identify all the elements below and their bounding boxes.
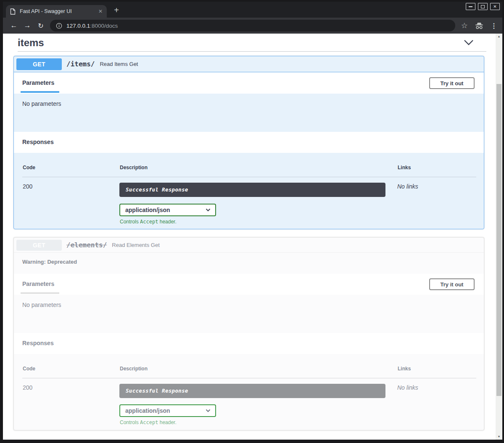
scroll-down-icon[interactable]: ▼	[496, 434, 502, 440]
operation-summary[interactable]: GET /items/ Read Items Get	[14, 56, 484, 72]
method-badge: GET	[16, 58, 62, 70]
column-header-description: Description	[120, 366, 148, 372]
operation-description: Read Elements Get	[112, 242, 159, 248]
response-code: 200	[23, 183, 32, 190]
column-header-links: Links	[398, 165, 411, 170]
accept-header-note: Controls Accept header.	[120, 219, 177, 225]
operation-summary[interactable]: GET /elements/ Read Elements Get	[14, 238, 484, 253]
toolbar-actions: ☆ ⋮	[455, 21, 502, 30]
page-icon	[10, 8, 16, 15]
scroll-up-icon[interactable]: ▲	[496, 34, 502, 39]
browser-window: Fast API - Swagger UI ✕ + ✕ ← → ↻ 127.0.…	[0, 0, 504, 443]
tab-strip: Fast API - Swagger UI ✕ + ✕	[3, 2, 502, 18]
column-header-code: Code	[23, 165, 35, 170]
response-description-box: Successful Response	[119, 384, 385, 398]
scrollbar[interactable]: ▲ ▼	[496, 34, 502, 440]
table-header-divider	[22, 177, 476, 177]
responses-header: Responses	[14, 333, 484, 354]
url-path: :8000/docs	[90, 23, 118, 29]
operation-path: /elements/	[66, 241, 107, 249]
media-type-select-wrap: application/json	[119, 404, 216, 417]
url-text: 127.0.0.1:8000/docs	[66, 23, 118, 29]
media-type-select[interactable]: application/json	[119, 404, 216, 417]
new-tab-button[interactable]: +	[111, 5, 121, 16]
media-type-select-wrap: application/json	[119, 204, 216, 216]
back-icon[interactable]: ←	[7, 21, 21, 30]
parameters-title: Parameters	[22, 79, 54, 86]
note-suffix: header.	[158, 219, 176, 225]
note-prefix: Controls	[120, 419, 140, 425]
operation-description: Read Items Get	[100, 61, 138, 67]
response-description-box: Successful Response	[119, 183, 385, 197]
column-header-description: Description	[120, 165, 148, 170]
reload-icon[interactable]: ↻	[34, 22, 47, 30]
column-header-links: Links	[398, 366, 411, 372]
no-parameters-text: No parameters	[22, 100, 484, 107]
parameters-body: No parameters	[14, 295, 484, 333]
active-tab-underline	[21, 292, 59, 294]
chevron-down-icon	[464, 39, 474, 46]
responses-body: Code Description Links 200 Successful Re…	[14, 153, 484, 229]
maximize-icon	[481, 5, 485, 8]
parameters-title: Parameters	[22, 280, 54, 287]
tab-close-icon[interactable]: ✕	[98, 8, 103, 14]
minimize-button[interactable]	[466, 3, 475, 10]
url-host: 127.0.0.1	[66, 23, 90, 29]
incognito-icon	[475, 22, 484, 29]
response-description-text: Successful Response	[119, 384, 385, 398]
section-title: items	[18, 37, 44, 49]
media-type-select[interactable]: application/json	[119, 204, 216, 216]
responses-title: Responses	[22, 340, 54, 346]
response-description-text: Successful Response	[119, 183, 385, 197]
responses-title: Responses	[22, 139, 54, 145]
address-bar[interactable]: 127.0.0.1:8000/docs	[50, 20, 455, 31]
swagger-page: items GET /items/ Read Items Get Paramet…	[3, 34, 496, 440]
close-button[interactable]: ✕	[490, 3, 500, 10]
responses-header: Responses	[14, 132, 484, 153]
parameters-body: No parameters	[14, 94, 484, 132]
menu-dots-icon[interactable]: ⋮	[491, 22, 497, 30]
tab-title: Fast API - Swagger UI	[20, 8, 96, 14]
parameters-header: Parameters Try it out	[14, 73, 484, 94]
note-suffix: header.	[158, 419, 176, 425]
section-divider	[18, 51, 486, 52]
response-links-text: No links	[397, 183, 418, 190]
column-header-code: Code	[23, 366, 35, 372]
responses-body: Code Description Links 200 Successful Re…	[14, 354, 484, 430]
operation-get-elements-deprecated: GET /elements/ Read Elements Get Warning…	[13, 237, 484, 430]
active-tab-underline	[21, 91, 59, 93]
note-code: Accept	[140, 219, 158, 225]
browser-tab[interactable]: Fast API - Swagger UI ✕	[6, 5, 107, 18]
forward-icon[interactable]: →	[21, 21, 34, 30]
scrollbar-thumb[interactable]	[496, 84, 501, 396]
response-links-text: No links	[397, 384, 418, 391]
deprecated-warning: Warning: Deprecated	[22, 259, 77, 265]
note-prefix: Controls	[120, 219, 140, 225]
method-badge: GET	[16, 240, 62, 251]
operation-get-items: GET /items/ Read Items Get Parameters Tr…	[13, 56, 484, 229]
table-header-divider	[22, 378, 476, 378]
accept-header-note: Controls Accept header.	[120, 419, 177, 425]
note-code: Accept	[140, 419, 158, 425]
window-controls: ✕	[466, 3, 500, 10]
operation-path: /items/	[66, 60, 95, 68]
no-parameters-text: No parameters	[22, 301, 484, 308]
section-collapse-button[interactable]	[464, 39, 474, 47]
info-icon	[56, 23, 62, 29]
parameters-header: Parameters Try it out	[14, 274, 484, 295]
try-it-out-button[interactable]: Try it out	[429, 77, 475, 89]
browser-toolbar: ← → ↻ 127.0.0.1:8000/docs ☆ ⋮	[3, 18, 502, 34]
maximize-button[interactable]	[478, 3, 488, 10]
bookmark-star-icon[interactable]: ☆	[461, 21, 468, 30]
response-code: 200	[23, 384, 32, 391]
try-it-out-button[interactable]: Try it out	[429, 278, 475, 290]
minimize-icon	[469, 6, 472, 7]
